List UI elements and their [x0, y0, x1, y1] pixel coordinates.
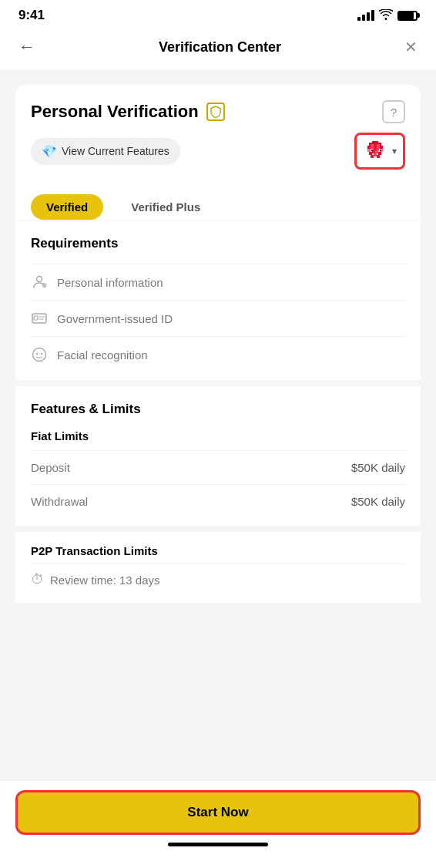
p2p-title: P2P Transaction Limits — [31, 544, 405, 557]
avatar — [363, 138, 389, 164]
requirement-govt-id: Government-issued ID — [31, 300, 405, 336]
p2p-section: P2P Transaction Limits ⏱ Review time: 13… — [15, 532, 421, 603]
features-row: 💎 View Current Features — [31, 133, 405, 170]
view-features-button[interactable]: 💎 View Current Features — [31, 138, 180, 165]
svg-rect-6 — [371, 144, 374, 147]
tab-verified-plus[interactable]: Verified Plus — [116, 194, 216, 220]
deposit-label: Deposit — [31, 461, 70, 474]
main-content: Personal Verification ? 💎 View Current F… — [0, 69, 436, 845]
svg-point-34 — [36, 353, 38, 355]
req-personal-info-label: Personal information — [57, 276, 163, 289]
bottom-spacer — [15, 603, 421, 680]
svg-rect-12 — [374, 147, 377, 150]
svg-rect-2 — [372, 141, 375, 144]
svg-rect-19 — [371, 155, 374, 158]
status-time: 9:41 — [18, 8, 45, 23]
battery-icon — [397, 11, 418, 21]
id-card-icon — [31, 310, 48, 327]
diamond-icon: 💎 — [42, 144, 57, 159]
start-now-label: Start Now — [187, 805, 248, 819]
status-icons — [357, 9, 418, 22]
svg-rect-5 — [367, 146, 371, 149]
bottom-bar: Start Now — [0, 780, 436, 868]
requirements-section: Requirements Personal information — [15, 220, 421, 380]
svg-rect-10 — [367, 149, 371, 152]
withdrawal-label: Withdrawal — [31, 495, 88, 508]
svg-rect-15 — [369, 152, 372, 155]
review-label: Review time: 13 days — [50, 574, 160, 587]
tabs-section: Verified Verified Plus — [15, 182, 421, 220]
avatar-image — [363, 138, 389, 164]
svg-rect-24 — [371, 150, 373, 151]
face-icon — [31, 346, 48, 363]
svg-point-26 — [37, 277, 42, 282]
close-button[interactable]: ✕ — [401, 35, 421, 59]
help-button[interactable]: ? — [382, 100, 405, 123]
fiat-limits-subtitle: Fiat Limits — [31, 429, 405, 442]
status-bar: 9:41 — [0, 0, 436, 28]
shield-icon — [206, 103, 225, 121]
svg-rect-3 — [375, 141, 378, 144]
svg-point-33 — [33, 348, 46, 362]
svg-rect-25 — [380, 150, 381, 151]
withdrawal-limit-row: Withdrawal $50K daily — [31, 484, 405, 518]
svg-rect-7 — [374, 144, 377, 147]
tab-verified[interactable]: Verified — [31, 194, 103, 220]
svg-rect-29 — [32, 314, 46, 323]
svg-rect-30 — [34, 316, 38, 320]
start-now-button[interactable]: Start Now — [15, 790, 421, 835]
signal-icon — [357, 10, 374, 21]
svg-rect-20 — [374, 153, 377, 156]
svg-point-35 — [41, 353, 42, 355]
help-icon: ? — [391, 106, 397, 119]
requirement-personal-info: Personal information — [31, 264, 405, 300]
person-icon — [31, 274, 48, 291]
page-header: ← Verification Center ✕ — [0, 28, 436, 69]
svg-rect-18 — [378, 152, 381, 155]
verification-header-card: Personal Verification ? 💎 View Current F… — [15, 85, 421, 182]
deposit-value: $50K daily — [351, 461, 405, 474]
withdrawal-value: $50K daily — [351, 495, 405, 508]
requirement-facial-recognition: Facial recognition — [31, 336, 405, 372]
req-govt-id-label: Government-issued ID — [57, 312, 173, 325]
header-title: Verification Center — [159, 39, 281, 56]
wifi-icon — [379, 9, 393, 22]
review-time-row: ⏱ Review time: 13 days — [31, 564, 405, 595]
features-limits-section: Features & Limits Fiat Limits Deposit $5… — [15, 386, 421, 526]
features-limits-title: Features & Limits — [31, 402, 405, 417]
svg-rect-8 — [377, 144, 380, 147]
verification-title-left: Personal Verification — [31, 102, 225, 122]
dropdown-arrow-icon: ▾ — [392, 146, 397, 156]
verification-title-row: Personal Verification ? — [31, 100, 405, 123]
svg-rect-9 — [380, 146, 383, 149]
svg-rect-21 — [377, 155, 380, 158]
home-indicator — [168, 843, 268, 846]
svg-rect-17 — [375, 150, 378, 153]
view-features-label: View Current Features — [62, 145, 169, 157]
requirements-title: Requirements — [31, 236, 405, 251]
avatar-dropdown[interactable]: ▾ — [354, 133, 405, 170]
back-button[interactable]: ← — [15, 34, 39, 60]
deposit-limit-row: Deposit $50K daily — [31, 450, 405, 484]
page-title: Personal Verification — [31, 102, 199, 122]
req-facial-label: Facial recognition — [57, 348, 148, 362]
tabs: Verified Verified Plus — [31, 194, 405, 220]
clock-icon: ⏱ — [31, 572, 44, 587]
